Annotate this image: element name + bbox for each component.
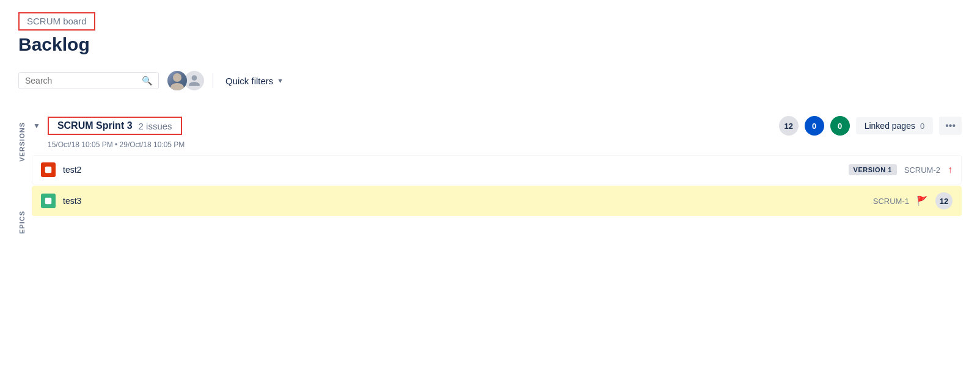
board-title: SCRUM board (27, 16, 87, 26)
sprint-title-box: SCRUM Sprint 3 2 issues (48, 117, 182, 135)
story-icon (44, 165, 53, 174)
quick-filters-label: Quick filters (225, 76, 273, 86)
search-input[interactable] (25, 76, 142, 85)
sprint-dates: 15/Oct/18 10:05 PM • 29/Oct/18 10:05 PM (32, 140, 962, 149)
sprint-header: ▼ SCRUM Sprint 3 2 issues 12 0 0 Linked … (32, 110, 962, 138)
issue-right: VERSION 1 SCRUM-2 ↑ (849, 164, 953, 175)
stat-badge-blue: 0 (805, 116, 824, 136)
sprint-issues-count: 2 issues (139, 121, 172, 131)
linked-pages-label: Linked pages (865, 121, 915, 131)
more-icon: ••• (945, 120, 956, 131)
story-green-icon (44, 197, 53, 205)
priority-up-icon: ↑ (948, 164, 953, 175)
quick-filters-button[interactable]: Quick filters ▼ (221, 73, 288, 89)
avatars-group (166, 70, 205, 92)
story-points-badge: 12 (935, 192, 953, 209)
issue-key: SCRUM-1 (873, 197, 909, 206)
chevron-down-icon: ▼ (277, 77, 283, 84)
issue-icon-story (41, 162, 56, 177)
toolbar: 🔍 Quick filters ▼ (18, 70, 962, 92)
sprint-header-right: 12 0 0 Linked pages 0 ••• (779, 116, 962, 136)
toolbar-divider (213, 73, 213, 88)
sprint-toggle-button[interactable]: ▼ (32, 120, 42, 131)
issue-key: SCRUM-2 (904, 165, 940, 175)
issue-name: test3 (63, 196, 873, 206)
version-badge: VERSION 1 (849, 164, 897, 175)
sprint-header-left: ▼ SCRUM Sprint 3 2 issues (32, 117, 182, 135)
svg-rect-0 (45, 167, 52, 173)
svg-rect-1 (45, 198, 52, 205)
sprint-name: SCRUM Sprint 3 (57, 120, 133, 131)
stat-badge-gray: 12 (779, 116, 799, 136)
table-row[interactable]: test2 VERSION 1 SCRUM-2 ↑ (32, 155, 962, 184)
stat-badge-green: 0 (830, 116, 850, 136)
page-title: Backlog (18, 34, 962, 55)
issues-list: test2 VERSION 1 SCRUM-2 ↑ test3 SCRUM-1 (32, 155, 962, 216)
person-icon (188, 74, 201, 87)
search-box: 🔍 (18, 72, 159, 89)
epics-label: EPICS (18, 211, 26, 234)
main-content: VERSIONS EPICS ▼ SCRUM Sprint 3 2 issues… (18, 110, 962, 234)
table-row[interactable]: test3 SCRUM-1 🚩 12 (32, 186, 962, 216)
issue-name: test2 (63, 165, 849, 175)
linked-pages-count: 0 (920, 122, 924, 131)
sprint-section: ▼ SCRUM Sprint 3 2 issues 12 0 0 Linked … (32, 110, 962, 234)
flag-icon: 🚩 (916, 195, 928, 206)
versions-label: VERSIONS (18, 122, 26, 162)
board-title-box: SCRUM board (18, 12, 95, 31)
more-options-button[interactable]: ••• (939, 117, 962, 135)
issue-icon-story-green (41, 194, 56, 208)
issue-right: SCRUM-1 🚩 12 (873, 192, 953, 209)
avatar-user1[interactable] (166, 70, 188, 92)
linked-pages-button[interactable]: Linked pages 0 (856, 117, 934, 134)
search-icon: 🔍 (142, 76, 152, 85)
sidebar-labels: VERSIONS EPICS (18, 110, 32, 234)
